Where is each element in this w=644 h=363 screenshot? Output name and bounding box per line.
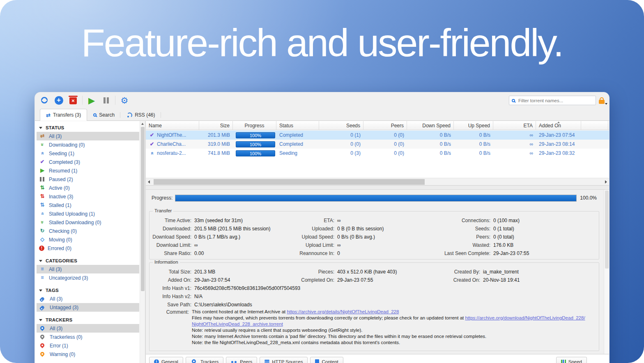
- details-splitter[interactable]: [146, 186, 609, 189]
- cell-size: 201.3 MiB: [199, 132, 233, 138]
- main-tabbar: ⇄ Transfers (3) Search RSS (46): [35, 108, 609, 121]
- sidebar-section-header-categories[interactable]: CATEGORIES: [37, 257, 145, 265]
- field-label: Share Ratio:: [152, 250, 191, 256]
- details-tab-general[interactable]: General: [149, 357, 183, 363]
- sidebar-item-status-all-3[interactable]: ⇄All (3): [37, 132, 139, 140]
- lock-button[interactable]: [597, 95, 607, 105]
- column-header-peers[interactable]: Peers: [363, 121, 407, 130]
- table-row-charliecha[interactable]: ✔CharlieCha...319.0 MiB100%Completed0 (0…: [146, 140, 609, 149]
- details-tab-speed[interactable]: Speed: [556, 357, 587, 363]
- sidebar-scrollbar-thumb[interactable]: [141, 127, 145, 291]
- sidebar-item-status-stalled-downloading-0[interactable]: »Stalled Downloading (0): [37, 218, 139, 227]
- sidebar-item-status-moving-0[interactable]: ◇Moving (0): [37, 235, 139, 244]
- options-button[interactable]: ⚙: [119, 95, 130, 106]
- sidebar-item-tags-all-3[interactable]: All (3): [37, 294, 139, 303]
- transfer-field-connections: Connections:0 (100 max): [380, 216, 529, 225]
- comment-line: NightOfTheLivingDead_228_archive.torrent: [192, 321, 585, 327]
- add-torrent-link-button[interactable]: [39, 95, 50, 106]
- column-header-size[interactable]: Size: [199, 121, 233, 130]
- sidebar-scrollbar[interactable]: [140, 121, 145, 363]
- tab-search-label: Search: [99, 112, 115, 118]
- progress-cell-bar: 100%: [236, 141, 275, 147]
- add-torrent-file-button[interactable]: +: [53, 95, 64, 106]
- comment-link[interactable]: https://archive.org/download/NightOfTheL…: [465, 315, 585, 320]
- pause-icon: [104, 97, 106, 103]
- column-header-down-speed[interactable]: Down Speed: [407, 121, 454, 130]
- sidebar-item-status-completed-3[interactable]: ✔Completed (3): [37, 158, 139, 166]
- details-tab-content[interactable]: Content: [310, 357, 343, 363]
- details-scrollbar-thumb[interactable]: [605, 191, 609, 269]
- comment-link[interactable]: https://archive.org/details/NightOfTheLi…: [287, 309, 399, 314]
- transfer-field-wasted: Wasted:176.0 KB: [380, 241, 529, 249]
- details-scrollbar[interactable]: [604, 190, 609, 354]
- resume-button[interactable]: ▶: [86, 95, 97, 106]
- comment-link[interactable]: NightOfTheLivingDead_228_archive.torrent: [192, 322, 283, 326]
- comment-segment: Files may have changed, which prevents t…: [192, 315, 465, 320]
- tab-search[interactable]: Search: [87, 109, 121, 120]
- sidebar-item-trackers-error-1[interactable]: Error (1): [37, 341, 139, 350]
- column-header-eta[interactable]: ETA: [493, 121, 536, 130]
- pause-button[interactable]: [101, 95, 111, 106]
- field-value: 0: [337, 250, 340, 256]
- table-row-nightofthe[interactable]: ✔NightOfThe...201.3 MiB100%Completed0 (1…: [146, 131, 609, 140]
- details-tab-trackers[interactable]: Trackers: [186, 357, 223, 363]
- pin-blue-icon: [191, 358, 197, 363]
- field-label: Last Seen Complete:: [380, 250, 490, 256]
- sidebar-section-header-tags[interactable]: TAGS: [37, 286, 145, 294]
- table-horizontal-scrollbar[interactable]: [146, 178, 609, 186]
- updown-icon: ⇅: [39, 185, 46, 191]
- sidebar-item-status-stalled-1[interactable]: ⇅Stalled (1): [37, 201, 139, 209]
- column-header-up-speed[interactable]: Up Speed: [454, 121, 493, 130]
- sidebar-item-trackers-trackerless-0[interactable]: Trackerless (0): [37, 333, 139, 341]
- sidebar-section-header-trackers[interactable]: TRACKERS: [37, 316, 145, 324]
- sidebar-item-trackers-warning-0[interactable]: Warning (0): [37, 350, 139, 358]
- details-tab-label: General: [161, 359, 178, 363]
- column-header-added-on[interactable]: Added On: [536, 121, 581, 130]
- transfer-groupbox-title: Transfer: [153, 208, 173, 213]
- chev2up-icon: »: [40, 150, 45, 157]
- field-label: Peers:: [380, 234, 490, 240]
- tab-rss[interactable]: RSS (46): [121, 109, 161, 120]
- horizontal-scrollbar-thumb[interactable]: [154, 179, 425, 185]
- scroll-right-arrow-icon[interactable]: [605, 180, 607, 184]
- table-row-nosferatu-2[interactable]: »nosferatu-2...741.8 MiB100%Seeding0 (3)…: [146, 149, 609, 158]
- sidebar-item-categories-all-3[interactable]: ≡All (3): [37, 265, 139, 273]
- scroll-up-arrow-icon[interactable]: [141, 123, 144, 125]
- sidebar-item-status-seeding-1[interactable]: »Seeding (1): [37, 149, 139, 158]
- sidebar-item-status-active-0[interactable]: ⇅Active (0): [37, 184, 139, 192]
- sidebar-item-status-paused-2[interactable]: Paused (2): [37, 175, 139, 184]
- sidebar-section-header-status[interactable]: STATUS: [37, 124, 145, 132]
- cell-up-speed: 0 B/s: [454, 132, 493, 138]
- field-value: 0 (100 max): [493, 218, 520, 223]
- information-field-pieces: Pieces:403 x 512.0 KiB (have 403): [252, 268, 397, 276]
- sidebar-section-title: CATEGORIES: [46, 258, 77, 263]
- delete-torrent-button[interactable]: ✕: [68, 95, 78, 106]
- details-tab-peers[interactable]: Peers: [226, 357, 257, 363]
- sidebar-item-trackers-all-3[interactable]: All (3): [37, 324, 139, 333]
- sidebar-item-status-errored-0[interactable]: Errored (0): [37, 244, 139, 253]
- chevron-down-icon: [39, 319, 42, 321]
- scroll-left-arrow-icon[interactable]: [148, 180, 150, 184]
- column-header-seeds[interactable]: Seeds: [319, 121, 363, 130]
- column-header-progress[interactable]: Progress: [233, 121, 276, 130]
- sidebar-item-label: Active (0): [49, 185, 70, 191]
- sidebar-item-categories-uncategorized-3[interactable]: ≡Uncategorized (3): [37, 273, 139, 282]
- pin-icon: [39, 342, 45, 348]
- sidebar-item-status-checking-0[interactable]: ↻Checking (0): [37, 227, 139, 235]
- details-tab-http-sources[interactable]: HTTP Sources: [260, 357, 308, 363]
- cell-peers: 0 (0): [363, 132, 407, 138]
- column-header-name[interactable]: Name: [146, 121, 199, 130]
- field-value: 0 (0 total): [493, 234, 514, 240]
- sidebar-item-tags-untagged-3[interactable]: Untagged (3): [37, 303, 139, 312]
- chevron-down-icon: [39, 260, 42, 262]
- column-header-filler: [581, 121, 608, 130]
- sidebar-item-label: All (3): [50, 296, 62, 302]
- sidebar-item-status-inactive-3[interactable]: ⇅Inactive (3): [37, 192, 139, 201]
- sidebar-item-status-resumed-1[interactable]: ▶Resumed (1): [37, 166, 139, 175]
- tab-transfers[interactable]: ⇄ Transfers (3): [40, 109, 87, 121]
- sidebar-item-status-stalled-uploading-1[interactable]: »Stalled Uploading (1): [37, 209, 139, 218]
- column-header-status[interactable]: Status: [276, 121, 319, 130]
- toolbar-separator: [82, 96, 83, 105]
- filter-torrents-input[interactable]: [518, 98, 593, 103]
- sidebar-item-status-downloading-0[interactable]: »Downloading (0): [37, 140, 139, 149]
